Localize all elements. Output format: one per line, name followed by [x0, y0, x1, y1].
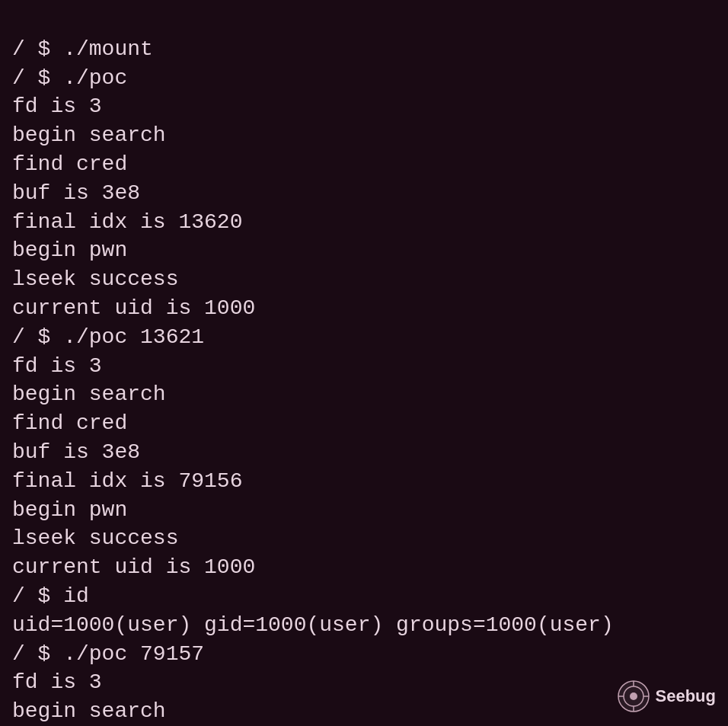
terminal-line: final idx is 79156 [12, 467, 716, 496]
terminal-line: begin pwn [12, 236, 716, 265]
terminal-line: current uid is 1000 [12, 294, 716, 323]
terminal-line: begin search [12, 697, 716, 726]
terminal-line: fd is 3 [12, 352, 716, 381]
watermark-label: Seebug [656, 686, 716, 706]
terminal-line: begin search [12, 121, 716, 150]
terminal-line: current uid is 1000 [12, 553, 716, 582]
seebug-logo [618, 680, 650, 712]
terminal-line: begin pwn [12, 496, 716, 525]
terminal-line: uid=1000(user) gid=1000(user) groups=100… [12, 611, 716, 640]
terminal-line: begin search [12, 380, 716, 409]
watermark: Seebug [618, 680, 716, 712]
terminal-line: lseek success [12, 265, 716, 294]
terminal-line: buf is 3e8 [12, 179, 716, 208]
terminal-line: / $ ./poc 13621 [12, 323, 716, 352]
terminal-line: find cred [12, 409, 716, 438]
terminal-line: buf is 3e8 [12, 438, 716, 467]
terminal-line: fd is 3 [12, 668, 716, 697]
terminal-line: / $ ./poc 79157 [12, 640, 716, 669]
terminal-line: / $ ./mount [12, 35, 716, 64]
terminal-line: / $ ./poc [12, 64, 716, 93]
terminal-line: / $ id [12, 582, 716, 611]
terminal-line: final idx is 13620 [12, 208, 716, 237]
terminal-output: / $ ./mount/ $ ./pocfd is 3begin searchf… [0, 0, 728, 726]
svg-point-2 [630, 692, 637, 700]
terminal-line: lseek success [12, 524, 716, 553]
terminal-line: find cred [12, 150, 716, 179]
terminal-line: fd is 3 [12, 92, 716, 121]
